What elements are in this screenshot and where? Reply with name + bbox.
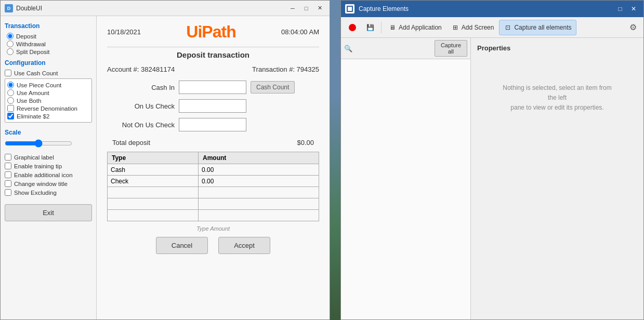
capture-all-elements-button[interactable]: ⊡ Capture all elements: [499, 20, 576, 35]
transaction-radio-group: Deposit Withdrawal Split Deposit: [7, 33, 92, 55]
graphical-label-checkbox[interactable]: Graphical label: [5, 154, 92, 161]
date-text: 10/18/2021: [107, 28, 141, 36]
cancel-button[interactable]: Cancel: [156, 237, 208, 254]
cash-in-label: Cash In: [107, 84, 175, 91]
scale-slider[interactable]: [5, 139, 72, 148]
time-text: 08:04:00 AM: [281, 28, 319, 36]
capture-icon: [345, 4, 354, 14]
action-buttons: Cancel Accept: [107, 237, 319, 254]
capture-all-label: Capture all elements: [514, 24, 571, 31]
cell-type-cash: Cash: [108, 164, 199, 176]
radio-use-piece-count[interactable]: Use Piece Count: [7, 81, 89, 89]
table-row: [108, 187, 319, 198]
search-icon: 🔍: [344, 45, 352, 52]
table-row: Check 0.00: [108, 176, 319, 187]
minimize-button[interactable]: ─: [287, 4, 298, 13]
save-button[interactable]: 💾: [362, 20, 378, 35]
maximize-button[interactable]: □: [300, 4, 312, 13]
right-window-title: Capture Elements: [359, 5, 614, 12]
col-type: Type: [108, 152, 199, 164]
add-app-icon: 🖥: [388, 23, 397, 32]
thumbnail-strip: [330, 0, 340, 320]
right-window: Capture Elements □ ✕ 💾 🖥 Add Application…: [340, 0, 644, 320]
section-title: Deposit transaction: [107, 50, 319, 59]
not-on-us-check-row: Not On Us Check: [107, 118, 319, 131]
left-window-title: DoubleUI: [16, 5, 287, 12]
save-icon: 💾: [366, 23, 374, 32]
right-title-controls: □ ✕: [614, 4, 639, 14]
add-application-button[interactable]: 🖥 Add Application: [384, 20, 446, 35]
search-bar: 🔍 Capture all: [341, 38, 470, 59]
enable-additional-icon-checkbox[interactable]: Enable additional icon: [5, 171, 92, 178]
cell-amount-cash: 0.00: [199, 164, 319, 176]
not-on-us-check-label: Not On Us Check: [107, 121, 175, 129]
checkbox-eliminate-2[interactable]: Eliminate $2: [7, 112, 89, 120]
right-body: 🔍 Capture all Properties Nothing is sele…: [341, 38, 643, 319]
transaction-number: Transaction #: 794325: [252, 65, 319, 73]
empty-msg-line2: pane to view or edit its properties.: [510, 104, 603, 111]
bottom-note: Type Amount: [107, 225, 319, 232]
total-amount: $0.00: [297, 139, 314, 146]
right-title-bar: Capture Elements □ ✕: [341, 1, 643, 17]
empty-msg-line1: Nothing is selected, select an item from…: [503, 84, 611, 101]
capture-all-search-button[interactable]: Capture all: [435, 40, 467, 57]
radio-use-amount[interactable]: Use Amount: [7, 89, 89, 97]
cell-amount-check: 0.00: [199, 176, 319, 187]
elements-panel: 🔍 Capture all: [341, 38, 471, 319]
add-screen-label: Add Screen: [462, 24, 494, 31]
settings-button[interactable]: ⚙: [626, 20, 640, 35]
not-on-us-check-input[interactable]: [179, 118, 246, 131]
on-us-check-input[interactable]: [179, 99, 246, 113]
account-number: Account #: 382481174: [107, 65, 175, 73]
cash-in-row: Cash In Cash Count: [107, 81, 319, 94]
main-content: 10/18/2021 UiPath 08:04:00 AM Deposit tr…: [97, 16, 330, 319]
radio-use-both[interactable]: Use Both: [7, 97, 89, 104]
right-maximize-button[interactable]: □: [614, 4, 626, 14]
top-bar: 10/18/2021 UiPath 08:04:00 AM: [107, 22, 319, 42]
table-row: [108, 210, 319, 221]
total-row: Total deposit $0.00: [107, 139, 319, 146]
search-input[interactable]: [354, 45, 432, 52]
enable-training-tip-checkbox[interactable]: Enable training tip: [5, 163, 92, 169]
table-row: [108, 198, 319, 210]
exit-button[interactable]: Exit: [5, 204, 92, 221]
elements-list: [341, 59, 470, 319]
record-icon: [348, 23, 357, 32]
change-window-title-checkbox[interactable]: Change window title: [5, 180, 92, 187]
use-cash-count-checkbox[interactable]: Use Cash Count: [5, 70, 92, 76]
properties-empty-message: Nothing is selected, select an item from…: [500, 83, 614, 113]
radio-deposit[interactable]: Deposit: [7, 33, 92, 39]
checkbox-reverse-denomination[interactable]: Reverse Denomination: [7, 104, 89, 112]
cash-count-button[interactable]: Cash Count: [251, 81, 295, 94]
separator: [381, 22, 382, 33]
show-excluding-checkbox[interactable]: Show Excluding: [5, 189, 92, 196]
left-window: D DoubleUI ─ □ ✕ Transaction Deposit Wit…: [0, 0, 330, 320]
brand-logo: UiPath: [186, 22, 235, 42]
right-close-button[interactable]: ✕: [628, 4, 639, 14]
add-application-label: Add Application: [399, 24, 442, 31]
left-content: Transaction Deposit Withdrawal Split Dep…: [1, 16, 330, 319]
col-amount: Amount: [199, 152, 319, 164]
scale-section: Scale: [5, 127, 92, 150]
config-box: Use Piece Count Use Amount Use Both Reve…: [5, 78, 92, 123]
record-button[interactable]: [344, 20, 361, 35]
app-icon: D: [5, 4, 13, 12]
add-screen-button[interactable]: ⊞ Add Screen: [447, 20, 498, 35]
add-screen-icon: ⊞: [451, 23, 459, 32]
accept-button[interactable]: Accept: [218, 237, 270, 254]
left-window-controls: ─ □ ✕: [287, 4, 325, 13]
radio-withdrawal[interactable]: Withdrawal: [7, 41, 92, 47]
sidebar-checkboxes: Graphical label Enable training tip Enab…: [5, 154, 92, 196]
properties-header: Properties: [477, 44, 510, 52]
cash-in-input[interactable]: [179, 81, 246, 94]
total-label: Total deposit: [112, 139, 150, 146]
sidebar: Transaction Deposit Withdrawal Split Dep…: [1, 16, 97, 319]
radio-split-deposit[interactable]: Split Deposit: [7, 48, 92, 55]
right-toolbar: 💾 🖥 Add Application ⊞ Add Screen ⊡ Captu…: [341, 17, 643, 38]
transaction-label: Transaction: [5, 22, 92, 30]
account-info: Account #: 382481174 Transaction #: 7943…: [107, 65, 319, 73]
properties-panel: Properties Nothing is selected, select a…: [471, 38, 643, 319]
left-title-bar: D DoubleUI ─ □ ✕: [1, 1, 330, 16]
capture-all-icon: ⊡: [504, 23, 512, 32]
close-button[interactable]: ✕: [314, 4, 325, 13]
